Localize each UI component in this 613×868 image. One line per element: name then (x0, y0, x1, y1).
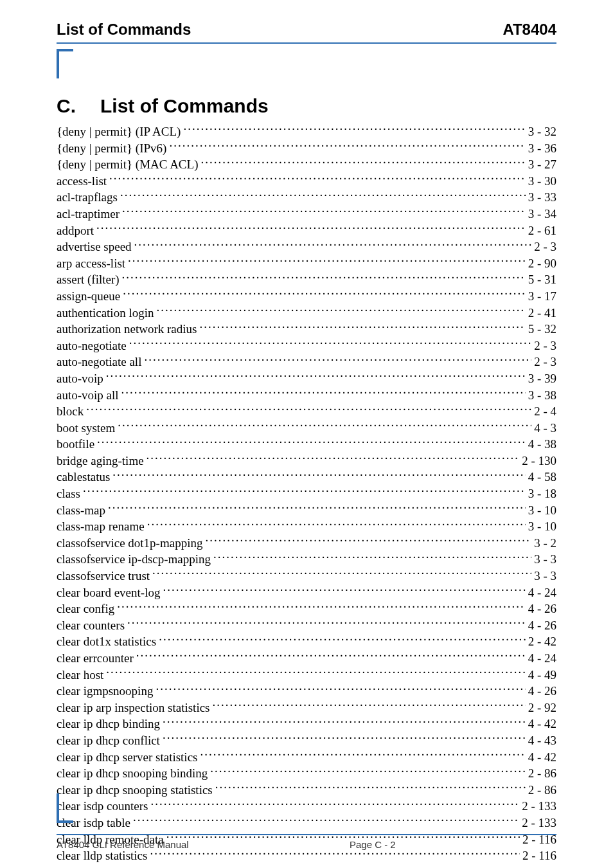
toc-entry-page: 4 - 26 (528, 618, 556, 634)
toc-leader-dots (122, 206, 526, 218)
toc-row[interactable]: bootfile4 - 38 (57, 436, 556, 453)
toc-leader-dots (163, 584, 525, 597)
toc-row[interactable]: clear config4 - 26 (57, 601, 556, 617)
toc-row[interactable]: clear dot1x statistics2 - 42 (57, 633, 556, 650)
toc-leader-dots (121, 387, 526, 399)
toc-entry-page: 4 - 3 (534, 420, 556, 437)
toc-row[interactable]: clear ip arp inspection statistics2 - 92 (57, 700, 556, 716)
toc-entry-label: auto-negotiate (57, 338, 127, 354)
toc-row[interactable]: auto-voip3 - 39 (57, 370, 556, 387)
corner-top-left-decoration (57, 49, 73, 78)
toc-entry-label: clear board event-log (57, 585, 160, 601)
toc-row[interactable]: clear isdp table2 - 133 (57, 815, 556, 831)
toc-leader-dots (156, 305, 525, 317)
toc-row[interactable]: classofservice dot1p-mapping3 - 2 (57, 535, 556, 552)
toc-row[interactable]: cablestatus4 - 58 (57, 469, 556, 485)
toc-entry-page: 3 - 10 (528, 503, 556, 519)
toc-entry-label: clear host (57, 667, 103, 683)
toc-entry-page: 5 - 32 (528, 321, 556, 338)
toc-entry-page: 4 - 42 (528, 750, 556, 766)
table-of-contents: {deny | permit} (IP ACL)3 - 32{deny | pe… (57, 123, 556, 864)
toc-row[interactable]: block2 - 4 (57, 403, 556, 420)
toc-leader-dots (97, 436, 526, 448)
toc-row[interactable]: addport2 - 61 (57, 222, 556, 239)
toc-leader-dots (159, 633, 526, 646)
toc-row[interactable]: clear counters4 - 26 (57, 617, 556, 634)
toc-entry-label: advertise speed (57, 239, 132, 255)
toc-entry-page: 2 - 42 (528, 634, 556, 650)
toc-entry-label: class-map rename (57, 519, 145, 535)
toc-row[interactable]: bridge aging-time2 - 130 (57, 453, 556, 469)
toc-leader-dots (122, 271, 526, 284)
toc-row[interactable]: clear board event-log4 - 24 (57, 584, 556, 601)
toc-row[interactable]: auto-negotiate2 - 3 (57, 338, 556, 354)
toc-row[interactable]: class3 - 18 (57, 485, 556, 502)
toc-row[interactable]: clear isdp counters2 - 133 (57, 798, 556, 815)
toc-entry-page: 3 - 18 (528, 486, 556, 502)
toc-row[interactable]: acl-trapflags3 - 33 (57, 189, 556, 206)
section-number: C. (57, 95, 82, 117)
toc-row[interactable]: acl-traptimer3 - 34 (57, 206, 556, 222)
toc-leader-dots (210, 765, 525, 777)
toc-row[interactable]: access-list3 - 30 (57, 173, 556, 190)
toc-row[interactable]: assign-queue3 - 17 (57, 288, 556, 305)
toc-entry-label: {deny | permit} (IPv6) (57, 141, 166, 157)
corner-bottom-left-decoration (57, 793, 73, 823)
toc-row[interactable]: {deny | permit} (MAC ACL)3 - 27 (57, 156, 556, 173)
toc-row[interactable]: clear igmpsnooping4 - 26 (57, 683, 556, 700)
toc-leader-dots (144, 354, 531, 366)
toc-row[interactable]: advertise speed2 - 3 (57, 239, 556, 255)
toc-entry-page: 2 - 61 (528, 223, 556, 239)
toc-row[interactable]: boot system4 - 3 (57, 420, 556, 437)
toc-row[interactable]: clear ip dhcp snooping statistics2 - 86 (57, 782, 556, 799)
toc-row[interactable]: clear ip dhcp server statistics4 - 42 (57, 749, 556, 766)
toc-row[interactable]: classofservice ip-dscp-mapping3 - 3 (57, 551, 556, 568)
toc-entry-page: 3 - 34 (528, 206, 556, 222)
toc-row[interactable]: {deny | permit} (IPv6)3 - 36 (57, 140, 556, 157)
toc-leader-dots (200, 749, 525, 761)
toc-row[interactable]: clear host4 - 49 (57, 667, 556, 683)
toc-row[interactable]: {deny | permit} (IP ACL)3 - 32 (57, 123, 556, 140)
toc-entry-label: clear ip dhcp server statistics (57, 750, 197, 766)
toc-entry-label: clear lldp statistics (57, 848, 147, 864)
toc-entry-label: authentication login (57, 305, 154, 321)
toc-row[interactable]: clear ip dhcp conflict4 - 43 (57, 732, 556, 749)
toc-entry-label: auto-voip (57, 371, 103, 387)
toc-entry-page: 2 - 3 (534, 338, 556, 354)
toc-entry-page: 3 - 38 (528, 388, 556, 404)
toc-row[interactable]: arp access-list2 - 90 (57, 255, 556, 272)
toc-entry-page: 2 - 86 (528, 782, 556, 799)
toc-row[interactable]: classofservice trust3 - 3 (57, 568, 556, 584)
toc-row[interactable]: clear ip dhcp binding4 - 42 (57, 716, 556, 732)
toc-leader-dots (109, 173, 526, 185)
toc-row[interactable]: authentication login2 - 41 (57, 305, 556, 321)
header-right: AT8404 (502, 21, 556, 39)
toc-row[interactable]: class-map rename3 - 10 (57, 518, 556, 535)
toc-entry-page: 2 - 92 (528, 700, 556, 716)
toc-entry-label: clear config (57, 601, 114, 617)
toc-entry-label: {deny | permit} (IP ACL) (57, 124, 181, 140)
toc-entry-label: auto-voip all (57, 388, 119, 404)
toc-entry-label: clear dot1x statistics (57, 634, 156, 650)
toc-leader-dots (127, 617, 526, 629)
toc-leader-dots (117, 601, 525, 613)
page: List of Commands AT8404 C. List of Comma… (0, 0, 613, 868)
toc-row[interactable]: clear ip dhcp snooping binding2 - 86 (57, 765, 556, 782)
footer-row: AT8404 CLI Reference Manual Page C - 2 (57, 839, 556, 850)
toc-entry-page: 4 - 24 (528, 651, 556, 667)
toc-leader-dots (205, 535, 531, 547)
toc-leader-dots (112, 469, 525, 481)
toc-entry-page: 2 - 116 (522, 848, 556, 864)
toc-row[interactable]: assert (filter)5 - 31 (57, 271, 556, 288)
toc-entry-page: 2 - 90 (528, 256, 556, 272)
footer-rule (57, 834, 556, 835)
toc-leader-dots (120, 189, 526, 201)
toc-entry-label: assign-queue (57, 289, 120, 305)
toc-row[interactable]: auto-voip all3 - 38 (57, 387, 556, 404)
toc-entry-page: 2 - 3 (534, 354, 556, 370)
toc-row[interactable]: clear errcounter4 - 24 (57, 650, 556, 667)
toc-row[interactable]: auto-negotiate all2 - 3 (57, 354, 556, 370)
toc-row[interactable]: authorization network radius5 - 32 (57, 321, 556, 338)
toc-row[interactable]: class-map3 - 10 (57, 502, 556, 519)
toc-entry-label: class-map (57, 503, 105, 519)
